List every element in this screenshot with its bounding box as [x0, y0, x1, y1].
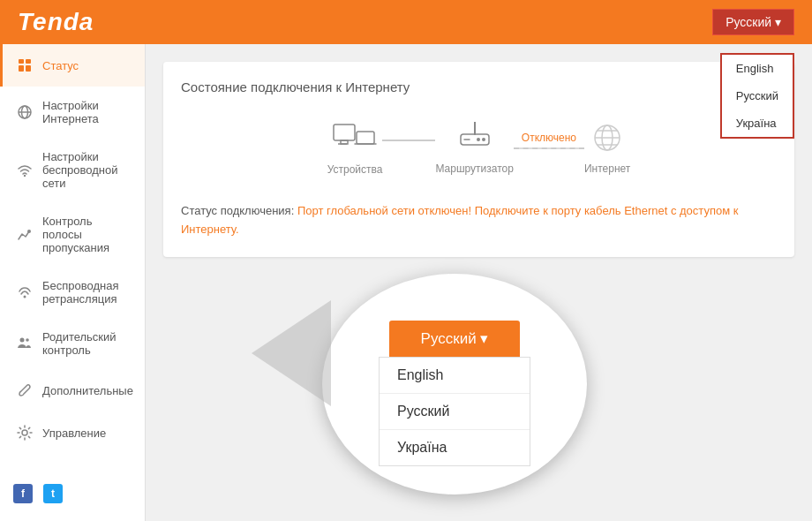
devices-label: Устройства [327, 163, 383, 176]
language-label: Русский ▾ [726, 15, 781, 29]
status-message: Статус подключения: Порт глобальной сети… [181, 202, 777, 239]
magnify-content: Русский ▾ English Русский Україна [379, 321, 530, 466]
svg-point-9 [24, 296, 26, 298]
lang-option-russian[interactable]: Русский [722, 82, 793, 109]
sidebar-item-relay-label: Беспроводная ретрансляция [42, 279, 132, 306]
magnify-container: Русский ▾ English Русский Україна [322, 274, 587, 495]
svg-point-10 [20, 338, 25, 343]
sidebar-item-management[interactable]: Управление [0, 412, 145, 454]
sidebar-item-management-label: Управление [42, 427, 106, 440]
lang-option-english[interactable]: English [722, 55, 793, 82]
svg-rect-1 [26, 59, 31, 64]
magnify-circle: Русский ▾ English Русский Україна [322, 274, 587, 495]
content-area: Состояние подключения к Интернету [146, 44, 812, 521]
sidebar-item-internet-label: Настройки Интернета [42, 99, 132, 125]
sidebar-item-bandwidth[interactable]: Контроль полосы пропускания [0, 202, 145, 267]
magnify-lang-button[interactable]: Русский ▾ [389, 321, 521, 357]
svg-rect-0 [19, 59, 24, 64]
svg-rect-13 [334, 125, 355, 140]
svg-rect-2 [19, 65, 24, 72]
main-layout: Статус Настройки Интернета [0, 44, 812, 521]
bandwidth-icon [16, 226, 34, 244]
header: Tenda Русский ▾ English Русский Україна [0, 0, 812, 44]
sidebar-nav: Статус Настройки Интернета [0, 44, 145, 454]
line-device-router [382, 140, 435, 141]
sidebar-item-status-label: Статус [42, 59, 79, 72]
svg-rect-16 [357, 132, 374, 144]
internet-label: Интернет [584, 162, 630, 175]
sidebar-item-parental-label: Родительский контроль [42, 330, 132, 357]
svg-rect-3 [26, 65, 31, 72]
gear-icon [16, 424, 34, 442]
magnify-dropdown: English Русский Україна [379, 357, 530, 466]
parental-icon [16, 335, 34, 352]
svg-point-8 [27, 230, 31, 233]
wifi-icon [16, 162, 34, 179]
router-item: Маршрутизатор [435, 122, 513, 175]
wrench-icon [16, 381, 34, 399]
sidebar-item-wifi-label: Настройки беспроводной сети [42, 150, 132, 190]
internet-icon [590, 122, 625, 157]
svg-point-12 [22, 430, 27, 435]
home-icon [16, 57, 34, 74]
sidebar-item-relay[interactable]: Беспроводная ретрансляция [0, 267, 145, 318]
internet-item: Интернет [584, 122, 630, 175]
devices-item: Устройства [327, 121, 383, 176]
language-button[interactable]: Русский ▾ [712, 9, 794, 35]
sidebar-footer: f t [0, 475, 145, 512]
disconnected-label: Отключено [522, 132, 576, 144]
router-icon [457, 122, 492, 157]
magnify-option-english[interactable]: English [380, 358, 530, 394]
sidebar-item-parental[interactable]: Родительский контроль [0, 318, 145, 369]
disconnected-line [514, 147, 584, 149]
devices-icon [332, 121, 378, 158]
magnify-option-russian[interactable]: Русский [380, 394, 530, 430]
sidebar-item-advanced[interactable]: Дополнительные [0, 369, 145, 412]
status-prefix: Статус подключения: [181, 204, 294, 217]
svg-point-7 [24, 174, 26, 176]
magnify-lang-label: Русский ▾ [421, 329, 489, 348]
language-dropdown: English Русский Україна [720, 53, 794, 139]
relay-icon [16, 283, 34, 301]
sidebar-item-wifi[interactable]: Настройки беспроводной сети [0, 138, 145, 202]
sidebar: Статус Настройки Интернета [0, 44, 146, 521]
router-label: Маршрутизатор [435, 162, 513, 175]
magnify-option-ukraine[interactable]: Україна [380, 430, 530, 465]
magnify-pointer [252, 300, 331, 406]
svg-point-20 [482, 138, 485, 141]
lang-option-ukraine[interactable]: Україна [722, 109, 793, 137]
sidebar-item-internet[interactable]: Настройки Интернета [0, 87, 145, 138]
disconnected-section: Отключено [514, 132, 584, 149]
status-card: Состояние подключения к Интернету [163, 62, 794, 257]
logo: Tenda [18, 8, 94, 36]
svg-point-21 [477, 138, 480, 141]
sidebar-item-bandwidth-label: Контроль полосы пропускания [42, 215, 132, 254]
twitter-icon[interactable]: t [43, 484, 63, 503]
facebook-icon[interactable]: f [13, 484, 33, 503]
sidebar-item-status[interactable]: Статус [0, 44, 145, 87]
connection-diagram: Устройства Маршрутиз [181, 112, 777, 185]
card-title: Состояние подключения к Интернету [181, 79, 777, 94]
svg-point-11 [26, 338, 29, 342]
sidebar-item-advanced-label: Дополнительные [42, 384, 133, 397]
globe-icon [16, 103, 34, 121]
